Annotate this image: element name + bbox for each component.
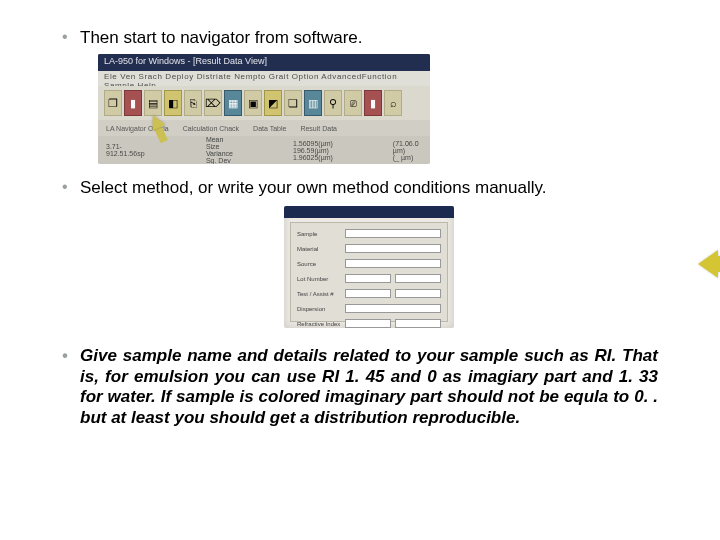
toolbar-icon: ⎚ (344, 90, 362, 116)
strip-mid: Variance (206, 150, 233, 157)
toolbar-icon: ❐ (104, 90, 122, 116)
toolbar-icon: ⎘ (184, 90, 202, 116)
bullet-3: Give sample name and details related to … (62, 346, 658, 429)
toolbar-icon: ▥ (304, 90, 322, 116)
label-item: Data Table (253, 125, 286, 132)
bullet-list: Then start to navigator from software. L… (62, 28, 658, 429)
form-input (345, 229, 441, 238)
form-input (345, 244, 441, 253)
form-label: Sample (297, 231, 341, 237)
bullet-1: Then start to navigator from software. L… (62, 28, 658, 164)
bullet-1-text: Then start to navigator from software. (80, 28, 363, 47)
bullet-2: Select method, or write your own method … (62, 178, 658, 328)
toolbar-icon: ▣ (244, 90, 262, 116)
form-label: Source (297, 261, 341, 267)
toolbar-icon: ❏ (284, 90, 302, 116)
label-item: Calculation Chack (183, 125, 239, 132)
form-panel: Sample Material Source Lot Number Test /… (290, 222, 448, 322)
form-label: Dispersion (297, 306, 341, 312)
la950-titlebar: LA-950 for Windows - [Result Data View] (98, 54, 430, 71)
form-input (345, 304, 441, 313)
arrow-left-icon (698, 250, 720, 278)
toolbar-icon: ⌦ (204, 90, 222, 116)
strip-mid: Mean Size (206, 136, 233, 150)
toolbar-icon: ▮ (364, 90, 382, 116)
form-titlebar (284, 206, 454, 218)
strip-left: 3.71-912.51.56sp (106, 143, 146, 157)
toolbar-icon: ◧ (164, 90, 182, 116)
form-label: Refractive Index (297, 321, 341, 327)
la950-toolbar: ❐ ▮ ▤ ◧ ⎘ ⌦ ▦ ▣ ◩ ❏ ▥ ⚲ ⎚ ▮ ⌕ (98, 86, 430, 120)
screenshot-2-wrap: Sample Material Source Lot Number Test /… (80, 206, 658, 328)
form-label: Test / Assist # (297, 291, 341, 297)
bullet-3-text: Give sample name and details related to … (80, 346, 658, 427)
strip-val: 1.56095(µm) (293, 140, 333, 147)
strip-val: 196.59(µm) (293, 147, 333, 154)
label-item: Result Data (300, 125, 337, 132)
strip-mid: Sg. Dev (206, 157, 233, 164)
form-input (395, 289, 441, 298)
slide: Then start to navigator from software. L… (0, 0, 720, 540)
screenshot-1-wrap: LA-950 for Windows - [Result Data View] … (98, 54, 658, 164)
form-label: Lot Number (297, 276, 341, 282)
form-input (345, 259, 441, 268)
form-input (395, 274, 441, 283)
toolbar-icon: ▮ (124, 90, 142, 116)
toolbar-icon: ◩ (264, 90, 282, 116)
strip-right: (_ µm) (393, 154, 422, 161)
la950-menubar: Ele Ven Srach Deploy Distriate Nempto Gr… (98, 71, 430, 86)
form-input (345, 289, 391, 298)
bullet-2-text: Select method, or write your own method … (80, 178, 546, 197)
toolbar-icon: ⌕ (384, 90, 402, 116)
form-input (345, 274, 391, 283)
strip-right: (71.06.0 µm) (393, 140, 422, 154)
screenshot-la950: LA-950 for Windows - [Result Data View] … (98, 54, 430, 164)
la950-strip: 3.71-912.51.56sp Mean Size Variance Sg. … (98, 136, 430, 164)
form-label: Material (297, 246, 341, 252)
screenshot-form: Sample Material Source Lot Number Test /… (284, 206, 454, 328)
form-input (395, 319, 441, 328)
toolbar-icon: ⚲ (324, 90, 342, 116)
strip-val: 1.96025(µm) (293, 154, 333, 161)
toolbar-icon: ▦ (224, 90, 242, 116)
form-input (345, 319, 391, 328)
